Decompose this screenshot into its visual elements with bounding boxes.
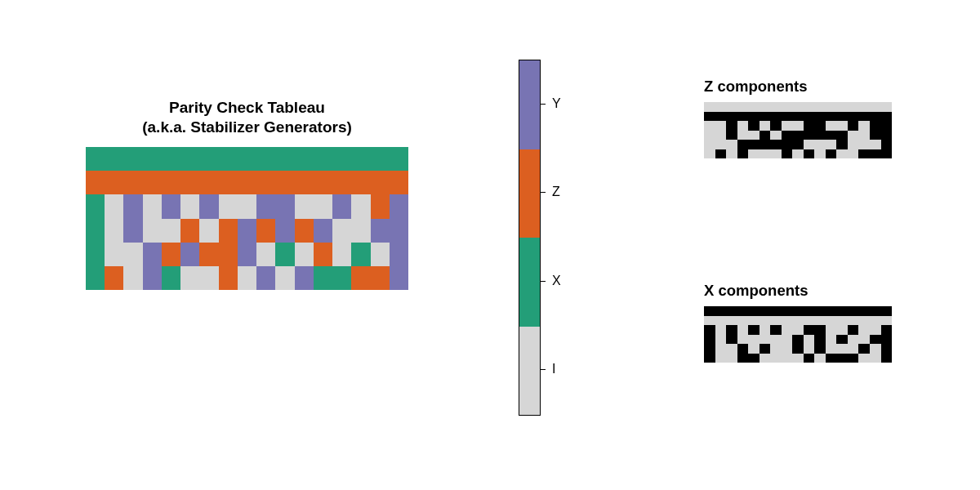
matrix-cell — [848, 140, 859, 149]
tableau-cell — [256, 219, 275, 243]
matrix-cell — [737, 102, 749, 112]
matrix-cell — [804, 112, 815, 122]
matrix-cell — [792, 131, 804, 140]
matrix-cell — [814, 121, 826, 131]
tableau-cell — [86, 147, 105, 171]
matrix-cell — [826, 316, 837, 326]
tableau-cell — [351, 219, 370, 243]
tableau-cell — [180, 243, 199, 266]
tableau-cell — [143, 266, 162, 290]
matrix-cell — [748, 121, 760, 131]
tableau-cell — [199, 147, 218, 171]
matrix-cell — [782, 112, 793, 122]
matrix-cell — [726, 344, 737, 354]
tableau-cell — [86, 266, 105, 290]
matrix-cell — [782, 149, 793, 159]
matrix-cell — [804, 102, 815, 112]
matrix-cell — [881, 140, 893, 149]
matrix-cell — [760, 112, 771, 122]
tableau-cell — [314, 219, 332, 243]
matrix-cell — [792, 306, 804, 316]
tableau-cell — [256, 171, 275, 194]
matrix-cell — [814, 335, 826, 345]
matrix-cell — [881, 149, 893, 159]
matrix-cell — [881, 354, 893, 363]
matrix-cell — [704, 344, 715, 354]
tableau-cell — [371, 194, 390, 218]
matrix-cell — [826, 121, 837, 131]
matrix-cell — [760, 131, 771, 140]
matrix-cell — [836, 112, 848, 122]
matrix-cell — [814, 102, 826, 112]
matrix-cell — [726, 149, 737, 159]
colorbar-tick — [540, 192, 546, 193]
tableau-cell — [180, 219, 199, 243]
matrix-cell — [748, 149, 760, 159]
matrix-cell — [782, 325, 793, 335]
tableau-cell — [295, 171, 314, 194]
matrix-cell — [715, 112, 727, 122]
matrix-cell — [760, 325, 771, 335]
matrix-cell — [804, 344, 815, 354]
matrix-cell — [858, 131, 870, 140]
matrix-cell — [737, 131, 749, 140]
colorbar-segment-z — [519, 149, 540, 238]
matrix-cell — [858, 112, 870, 122]
matrix-cell — [848, 112, 859, 122]
tableau-cell — [371, 219, 390, 243]
matrix-cell — [782, 131, 793, 140]
matrix-cell — [792, 325, 804, 335]
matrix-cell — [858, 140, 870, 149]
matrix-cell — [704, 354, 715, 363]
matrix-cell — [814, 112, 826, 122]
tableau-cell — [162, 171, 180, 194]
parity-check-tableau — [86, 147, 408, 290]
matrix-cell — [881, 121, 893, 131]
matrix-cell — [704, 112, 715, 122]
matrix-cell — [870, 131, 881, 140]
tableau-cell — [162, 243, 180, 266]
matrix-cell — [792, 140, 804, 149]
matrix-cell — [726, 112, 737, 122]
tableau-cell — [295, 266, 314, 290]
tableau-cell — [105, 194, 123, 218]
matrix-cell — [826, 131, 837, 140]
tableau-cell — [123, 147, 142, 171]
matrix-cell — [870, 112, 881, 122]
matrix-cell — [726, 306, 737, 316]
matrix-cell — [737, 112, 749, 122]
matrix-cell — [836, 140, 848, 149]
matrix-cell — [826, 354, 837, 363]
matrix-cell — [814, 316, 826, 326]
matrix-cell — [870, 149, 881, 159]
matrix-cell — [858, 316, 870, 326]
matrix-cell — [704, 131, 715, 140]
matrix-cell — [770, 112, 782, 122]
colorbar-tick — [540, 281, 546, 282]
matrix-cell — [748, 344, 760, 354]
tableau-cell — [162, 219, 180, 243]
matrix-cell — [836, 102, 848, 112]
tableau-cell — [390, 243, 408, 266]
matrix-cell — [804, 325, 815, 335]
tableau-cell — [238, 147, 256, 171]
tableau-cell — [199, 194, 218, 218]
matrix-cell — [804, 354, 815, 363]
matrix-cell — [770, 335, 782, 345]
matrix-cell — [737, 335, 749, 345]
tableau-cell — [105, 147, 123, 171]
matrix-cell — [737, 344, 749, 354]
tableau-cell — [295, 194, 314, 218]
matrix-cell — [826, 344, 837, 354]
matrix-cell — [848, 325, 859, 335]
matrix-cell — [858, 121, 870, 131]
tableau-cell — [275, 266, 294, 290]
matrix-cell — [704, 306, 715, 316]
matrix-cell — [804, 306, 815, 316]
matrix-cell — [748, 102, 760, 112]
matrix-cell — [704, 316, 715, 326]
tableau-cell — [219, 243, 238, 266]
colorbar-label-y: Y — [552, 96, 561, 111]
matrix-cell — [836, 335, 848, 345]
matrix-cell — [737, 306, 749, 316]
